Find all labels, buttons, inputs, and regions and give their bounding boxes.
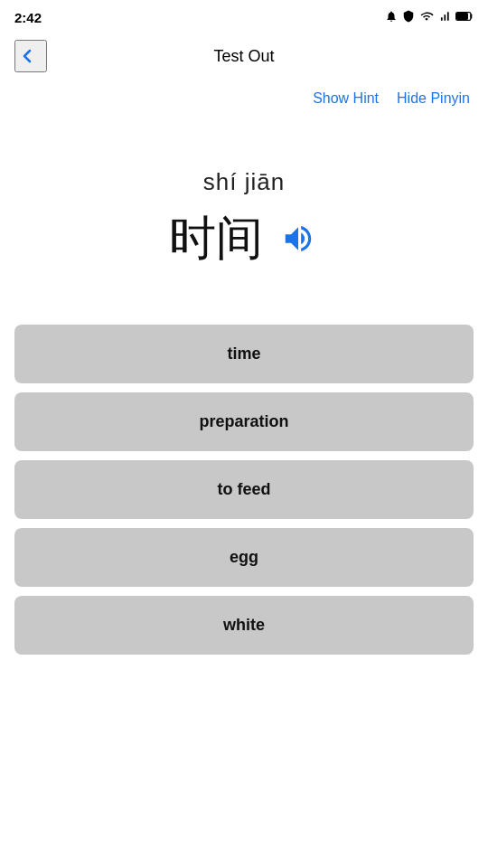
answer-choices: time preparation to feed egg white: [0, 325, 488, 655]
hide-pinyin-button[interactable]: Hide Pinyin: [397, 90, 470, 107]
battery-icon: [455, 11, 474, 24]
signal-icon: [438, 10, 451, 25]
pinyin-display: shí jiān: [203, 168, 285, 196]
notification-icon: [385, 10, 398, 25]
status-icons: [385, 10, 474, 25]
flash-card: shí jiān 时间: [0, 114, 488, 325]
header: Test Out: [0, 33, 488, 80]
status-time: 2:42: [14, 10, 42, 25]
choice-5[interactable]: white: [14, 596, 474, 655]
back-chevron-icon: [16, 45, 38, 67]
svg-rect-1: [457, 13, 468, 19]
chinese-row: 时间: [169, 207, 319, 270]
choice-4[interactable]: egg: [14, 528, 474, 587]
page-title: Test Out: [213, 47, 274, 66]
shield-icon: [402, 10, 415, 25]
play-audio-button[interactable]: [277, 218, 319, 259]
back-button[interactable]: [14, 40, 47, 72]
chinese-character-display: 时间: [169, 207, 263, 270]
choice-1[interactable]: time: [14, 325, 474, 383]
choice-3[interactable]: to feed: [14, 460, 474, 519]
hint-pinyin-row: Show Hint Hide Pinyin: [0, 80, 488, 114]
choice-2[interactable]: preparation: [14, 392, 474, 451]
show-hint-button[interactable]: Show Hint: [313, 90, 379, 107]
status-bar: 2:42: [0, 0, 488, 33]
wifi-icon: [419, 10, 434, 25]
